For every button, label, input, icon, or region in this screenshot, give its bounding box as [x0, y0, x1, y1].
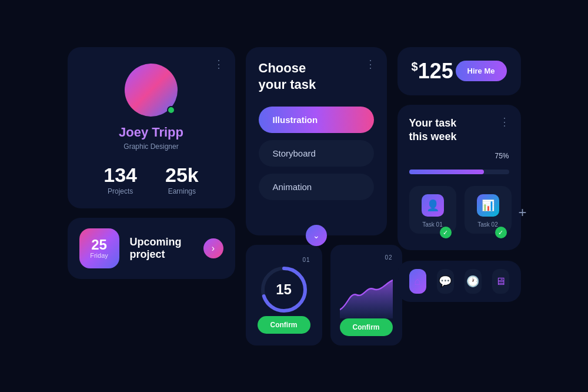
chart-confirm-button[interactable]: Confirm	[340, 318, 393, 336]
add-task-button[interactable]: +	[519, 204, 527, 221]
task-items: 👤 Task 01 ✓ 📊 Task 02 ✓	[409, 186, 512, 234]
nav-clock-icon[interactable]: 🕐	[465, 269, 482, 294]
price-amount: $125	[412, 59, 453, 84]
upcoming-text: Upcoming project	[130, 236, 193, 261]
chart-area	[340, 261, 393, 318]
weekly-menu-dots[interactable]: ⋮	[499, 115, 510, 128]
mid-bottom-cards: 01 15 Confirm 02	[246, 245, 387, 346]
timer-confirm-button[interactable]: Confirm	[258, 316, 310, 334]
earnings-label: Earnings	[168, 187, 196, 195]
task-01-label: Task 01	[422, 221, 442, 228]
timer-ring: 15	[258, 263, 310, 316]
nav-monitor-icon[interactable]: 🖥	[492, 269, 509, 294]
chart-card: 02 Confirm	[330, 245, 402, 346]
task-option-animation[interactable]: Animation	[259, 174, 374, 200]
avatar	[125, 64, 178, 117]
profile-role: Graphic Designer	[123, 142, 178, 151]
weekly-task-card: ⋮ Your task this week 75% 👤 Task 01 ✓	[397, 105, 521, 251]
profile-menu-dots[interactable]: ⋮	[213, 58, 225, 71]
timer-label: 01	[302, 257, 310, 263]
upcoming-arrow-button[interactable]: ›	[203, 238, 223, 258]
chevron-down-button[interactable]: ⌄	[306, 225, 327, 246]
progress-label: 75%	[409, 152, 509, 160]
earnings-stat: 25k Earnings	[165, 165, 199, 195]
nav-messages-icon[interactable]: 💬	[437, 269, 454, 294]
task-options-list: Illustration Storyboard Animation	[259, 107, 374, 200]
task-01-icon: 👤	[422, 194, 444, 217]
nav-home-icon[interactable]: ⌂	[409, 269, 426, 294]
projects-label: Projects	[108, 187, 133, 195]
task-item-01: 👤 Task 01 ✓	[409, 186, 456, 234]
price-card: $125 Hire Me	[397, 47, 521, 95]
date-badge: 25 Friday	[79, 228, 119, 268]
task-item-02: 📊 Task 02 ✓	[465, 186, 512, 234]
progress-fill	[409, 170, 485, 174]
progress-bar	[409, 170, 509, 174]
hire-me-button[interactable]: Hire Me	[456, 61, 507, 81]
task-01-check: ✓	[440, 227, 452, 238]
profile-name: Joey Tripp	[119, 125, 183, 140]
timer-value: 15	[276, 281, 292, 298]
task-02-icon: 📊	[477, 194, 499, 217]
weekly-title: Your task this week	[409, 117, 509, 144]
task-02-check: ✓	[495, 227, 507, 238]
chart-label: 02	[385, 254, 392, 261]
profile-card: ⋮ Joey Tripp Graphic Designer 134 Projec…	[68, 47, 235, 208]
online-indicator	[167, 106, 175, 114]
earnings-value: 25k	[165, 165, 199, 185]
task-menu-dots[interactable]: ⋮	[365, 58, 376, 71]
task-chooser-title: Choose your task	[259, 60, 374, 94]
timer-card: 01 15 Confirm	[246, 245, 322, 346]
projects-stat: 134 Projects	[103, 165, 137, 195]
profile-stats: 134 Projects 25k Earnings	[81, 165, 222, 195]
task-chooser-card: ⋮ Choose your task Illustration Storyboa…	[246, 47, 387, 235]
upcoming-card: 25 Friday Upcoming project ›	[68, 218, 235, 279]
projects-value: 134	[103, 165, 137, 185]
task-02-label: Task 02	[477, 221, 497, 228]
bottom-navigation: ⌂ 💬 🕐 🖥	[397, 261, 521, 302]
task-option-illustration[interactable]: Illustration	[259, 107, 374, 133]
task-option-storyboard[interactable]: Storyboard	[259, 140, 374, 167]
date-number: 25	[91, 238, 107, 252]
date-day: Friday	[90, 252, 108, 259]
